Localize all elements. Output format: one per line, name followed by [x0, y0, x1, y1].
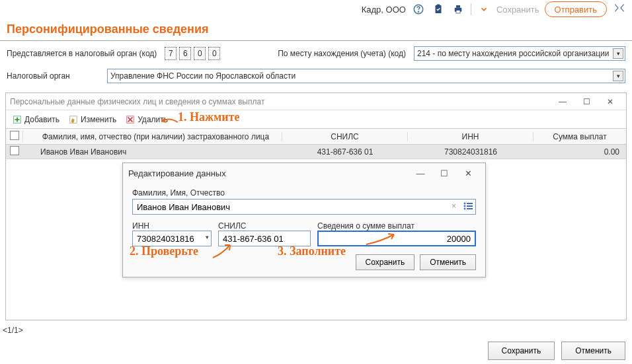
annotation-2: 2. Проверьте: [130, 244, 198, 258]
pager: <1/1>: [3, 326, 23, 335]
cancel-button[interactable]: Отменить: [561, 342, 625, 360]
svg-point-1: [418, 11, 418, 12]
svg-rect-13: [467, 205, 473, 207]
plus-icon: [13, 115, 22, 124]
company-label: Кадр, ООО: [362, 5, 406, 15]
save-button[interactable]: Сохранить: [488, 342, 555, 360]
dialog-titlebar: Редактирование данных — ☐ ✕: [123, 163, 485, 183]
inn-label: ИНН: [132, 221, 212, 231]
location-select[interactable]: 214 - по месту нахождения российской орг…: [414, 46, 625, 61]
fio-label: Фамилия, Имя, Отчество: [132, 188, 476, 198]
add-label: Добавить: [24, 115, 59, 124]
col-sum[interactable]: Сумма выплат: [533, 132, 626, 141]
svg-rect-3: [437, 5, 440, 7]
svg-point-10: [464, 203, 466, 205]
digit-1[interactable]: 7: [165, 47, 177, 60]
svg-point-12: [464, 205, 466, 207]
minimize-icon[interactable]: —: [409, 166, 432, 180]
arrow-annotation: [159, 116, 179, 126]
top-toolbar: Кадр, ООО Сохранить Отправить: [0, 0, 632, 18]
maximize-icon[interactable]: ☐: [432, 166, 456, 180]
dialog-save-button[interactable]: Сохранить: [356, 254, 415, 270]
arrow-annotation: [365, 231, 398, 248]
edit-label: Изменить: [81, 115, 116, 124]
delete-icon: [126, 115, 135, 124]
row-tax-organ: Налоговый орган Управление ФНС России по…: [0, 66, 632, 89]
chevron-down-icon[interactable]: ▾: [206, 234, 209, 240]
col-fio[interactable]: Фамилия, имя, отчество (при наличии) зас…: [23, 132, 282, 141]
clipboard-icon[interactable]: [431, 2, 446, 17]
location-value: 214 - по месту нахождения российской орг…: [417, 49, 609, 58]
pencil-icon: [69, 115, 78, 124]
dialog-cancel-button[interactable]: Отменить: [420, 254, 476, 270]
page-title: Персонифицированные сведения: [0, 18, 632, 41]
chevron-down-icon[interactable]: [477, 2, 491, 17]
svg-rect-6: [456, 11, 460, 14]
snils-label: СНИЛС: [218, 221, 311, 231]
svg-rect-5: [456, 5, 460, 8]
digit-3[interactable]: 0: [194, 47, 206, 60]
separator: [471, 3, 471, 15]
annotation-3: 3. Заполните: [278, 244, 346, 258]
col-inn[interactable]: ИНН: [408, 132, 533, 141]
persons-title: Персональные данные физических лиц и све…: [10, 97, 551, 106]
label-tax-code: Представляется в налоговый орган (код): [7, 49, 157, 58]
svg-point-14: [464, 208, 466, 210]
tax-organ-value: Управление ФНС России по Ярославской обл…: [110, 71, 296, 81]
chevron-down-icon[interactable]: ▾: [613, 71, 623, 81]
persons-toolbar: Добавить Изменить Удалить 1. Нажмите: [6, 110, 626, 129]
cell-inn: 730824031816: [408, 147, 533, 157]
add-button[interactable]: Добавить: [9, 114, 63, 126]
row-tax-code: Представляется в налоговый орган (код) 7…: [0, 41, 632, 66]
close-icon[interactable]: ✕: [456, 166, 480, 180]
send-button[interactable]: Отправить: [545, 1, 607, 17]
tax-organ-select[interactable]: Управление ФНС России по Ярославской обл…: [107, 69, 625, 83]
maximize-icon[interactable]: ☐: [574, 94, 598, 109]
label-location-code: По месту нахождения (учета) (код): [278, 49, 406, 58]
code-digits: 7 6 0 0: [165, 47, 220, 60]
cell-sum: 0.00: [533, 147, 626, 157]
close-icon[interactable]: ✕: [598, 94, 622, 109]
sum-label: Сведения о сумме выплат: [317, 221, 476, 231]
help-icon[interactable]: [411, 2, 426, 17]
label-tax-organ: Налоговый орган: [7, 71, 99, 81]
row-check[interactable]: [10, 146, 19, 155]
chevron-down-icon[interactable]: ▾: [613, 48, 623, 59]
edit-dialog: Редактирование данных — ☐ ✕ Фамилия, Имя…: [122, 163, 486, 277]
minimize-icon[interactable]: —: [551, 94, 574, 109]
close-icon[interactable]: [612, 3, 627, 17]
clear-icon[interactable]: ×: [452, 201, 456, 211]
col-snils[interactable]: СНИЛС: [282, 132, 408, 141]
persons-titlebar: Персональные данные физических лиц и све…: [6, 93, 626, 110]
print-icon[interactable]: [451, 2, 465, 17]
dialog-title: Редактирование данных: [128, 168, 409, 178]
list-icon[interactable]: [463, 201, 473, 213]
grid-header: Фамилия, имя, отчество (при наличии) зас…: [6, 129, 626, 145]
table-row[interactable]: Иванов Иван Иванович 431-867-636 01 7308…: [6, 145, 626, 159]
cell-fio: Иванов Иван Иванович: [23, 147, 282, 157]
check-all[interactable]: [10, 131, 19, 140]
save-link[interactable]: Сохранить: [496, 5, 539, 15]
svg-rect-15: [467, 208, 473, 209]
digit-2[interactable]: 6: [179, 47, 191, 60]
cell-snils: 431-867-636 01: [282, 147, 408, 157]
bottom-buttons: Сохранить Отменить: [488, 342, 625, 360]
edit-button[interactable]: Изменить: [65, 114, 120, 126]
fio-input[interactable]: [132, 199, 476, 215]
arrow-annotation: [212, 241, 238, 261]
digit-4[interactable]: 0: [208, 47, 220, 60]
svg-rect-11: [467, 203, 473, 204]
annotation-1: 1. Нажмите: [178, 110, 240, 124]
